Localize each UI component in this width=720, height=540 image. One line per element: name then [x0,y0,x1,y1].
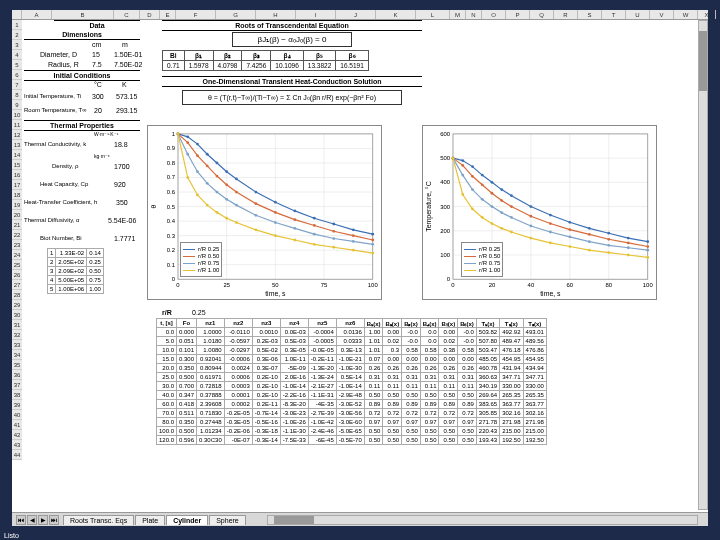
svg-text:200: 200 [440,228,451,234]
svg-point-136 [491,192,494,195]
solution-table[interactable]: t, [s]Fonz1nz2nz3nz4nz5nz6B₁(x)B₂(x)B₃(x… [156,318,547,445]
unit-cm: cm [92,40,101,49]
svg-point-160 [452,157,455,160]
svg-text:0.9: 0.9 [167,145,176,151]
svg-point-143 [607,238,610,241]
svg-point-168 [549,242,552,245]
svg-point-59 [352,234,355,237]
svg-text:0.7: 0.7 [167,174,175,180]
horizontal-scrollbar[interactable] [267,515,698,525]
svg-point-158 [627,246,630,249]
svg-point-48 [186,141,189,144]
tab-sphere[interactable]: Sphere [209,515,246,525]
Tinf-K: 293.15 [116,106,137,115]
grid-content[interactable]: Data Dimensions cm m Diameter, D 15 1.50… [22,20,708,510]
tab-last-icon[interactable]: ⏭ [49,515,59,525]
diameter-cm[interactable]: 15 [92,50,100,59]
svg-point-66 [225,198,228,201]
svg-point-134 [471,175,474,178]
svg-point-166 [510,231,513,234]
svg-point-130 [627,237,630,240]
chart-temperature[interactable]: 0204060801000100200300400500600time, sTe… [422,125,657,300]
svg-point-78 [206,204,209,207]
svg-point-54 [255,202,258,205]
svg-point-81 [235,221,238,224]
svg-point-157 [607,244,610,247]
svg-point-44 [332,223,335,226]
svg-point-51 [216,175,219,178]
Bi-label: Biot Number, Bi [40,234,82,243]
tab-first-icon[interactable]: ⏮ [16,515,26,525]
svg-point-133 [461,164,464,167]
svg-point-40 [255,191,258,194]
svg-point-71 [313,233,316,236]
svg-point-170 [588,249,591,252]
svg-point-38 [225,170,228,173]
svg-point-43 [313,217,316,220]
tab-nav-buttons[interactable]: ⏮ ◀ ▶ ⏭ [12,515,63,525]
k-val[interactable]: 18.8 [114,140,128,149]
svg-point-149 [481,198,484,201]
alpha-label: Thermal Diffusivity, α [24,216,80,225]
svg-point-80 [225,217,228,220]
svg-point-83 [274,234,277,237]
Tinf-C[interactable]: 20 [94,106,102,115]
unit-C: °C [94,80,102,89]
radius-cm[interactable]: 7.5 [92,60,102,69]
svg-point-70 [293,227,296,230]
vertical-scrollbar[interactable] [698,20,708,510]
radius-label: Radius, R [48,60,79,69]
svg-text:0.4: 0.4 [167,218,176,224]
alpha-val: 5.54E-06 [108,216,136,225]
tab-next-icon[interactable]: ▶ [38,515,48,525]
svg-text:0: 0 [447,276,451,282]
svg-point-128 [588,227,591,230]
svg-point-69 [274,221,277,224]
radius-m: 7.50E-02 [114,60,142,69]
svg-point-141 [568,228,571,231]
svg-text:40: 40 [528,282,535,288]
svg-point-152 [510,216,513,219]
rho-val[interactable]: 1700 [114,162,130,171]
svg-point-34 [186,135,189,138]
svg-point-155 [568,235,571,238]
svg-point-163 [481,216,484,219]
dimensions-header: Dimensions [24,30,140,40]
svg-point-79 [216,211,219,214]
svg-point-154 [549,231,552,234]
svg-text:Temperature, °C: Temperature, °C [425,181,433,231]
tab-roots[interactable]: Roots Transc. Eqs [63,515,134,525]
roots-header: Roots of Transcendental Equation [162,20,422,31]
chart-temp-legend: r/R 0.25r/R 0.50r/R 0.75r/R 1.00 [461,242,503,277]
svg-point-172 [627,254,630,257]
svg-point-145 [646,245,649,248]
svg-point-169 [568,245,571,248]
column-headers[interactable]: A B C D E F G H I J K L M N O P Q R S T … [12,10,708,20]
Ti-C[interactable]: 300 [92,92,104,101]
cp-val[interactable]: 920 [114,180,126,189]
h-label: Heat-Transfer Coefficient, h [24,198,97,207]
Bi-val: 1.7771 [114,234,135,243]
rR-value[interactable]: 0.25 [192,308,206,317]
tab-cylinder[interactable]: Cylinder [166,515,208,525]
chart-theta[interactable]: 025507510000.10.20.30.40.50.60.70.80.91t… [147,125,382,300]
row-headers[interactable]: 1234567891011121314151617181920212223242… [12,20,22,460]
svg-point-162 [471,208,474,211]
svg-point-45 [352,228,355,231]
svg-text:100: 100 [440,252,451,258]
svg-point-139 [530,215,533,218]
svg-point-150 [491,205,494,208]
k-unit: W·m⁻¹·K⁻¹ [94,130,118,139]
svg-point-161 [461,193,464,196]
svg-point-74 [371,243,374,246]
svg-point-65 [216,191,219,194]
svg-text:0.6: 0.6 [167,189,176,195]
svg-text:100: 100 [368,282,379,288]
tab-prev-icon[interactable]: ◀ [27,515,37,525]
svg-point-153 [530,225,533,228]
h-val[interactable]: 350 [116,198,128,207]
svg-point-39 [235,178,238,181]
svg-text:0: 0 [451,282,455,288]
sheet-tabs: ⏮ ◀ ▶ ⏭ Roots Transc. Eqs Plate Cylinder… [12,512,708,526]
tab-plate[interactable]: Plate [135,515,165,525]
